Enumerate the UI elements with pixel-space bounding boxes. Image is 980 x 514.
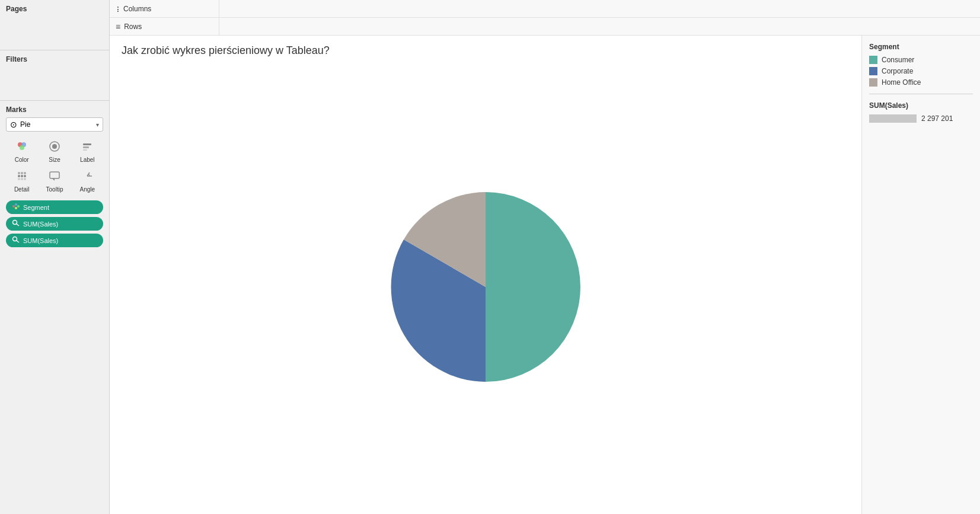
svg-point-9 [21, 175, 23, 177]
svg-point-25 [13, 237, 17, 241]
sum-sales-bar [869, 114, 917, 123]
columns-icon: ⫶ [116, 4, 120, 14]
chart-title: Jak zrobić wykres pierścieniowy w Tablea… [122, 44, 850, 57]
label-icon [81, 141, 93, 155]
consumer-legend-label: Consumer [882, 56, 914, 64]
columns-shelf: ⫶ Columns [110, 0, 980, 18]
chart-canvas [122, 69, 850, 505]
legend-divider [869, 94, 973, 94]
svg-point-10 [24, 175, 26, 177]
svg-point-20 [15, 203, 17, 206]
detail-label: Detail [14, 186, 30, 193]
marks-controls-grid: Color Size [6, 138, 103, 196]
marks-type-dropdown[interactable]: ⊙ Pie ▾ [6, 117, 103, 132]
label-label: Label [80, 157, 94, 163]
color-icon [16, 141, 28, 155]
pie-chart[interactable] [385, 186, 586, 388]
corporate-color-swatch [869, 67, 877, 75]
label-button[interactable]: Label [72, 138, 103, 166]
sum-sales-angle-pill[interactable]: SUM(Sales) [6, 217, 103, 231]
pages-content [6, 15, 103, 45]
sum-sales-bar-container: 2 297 201 [869, 114, 973, 123]
pages-label: Pages [6, 5, 103, 13]
rows-label-container: ≡ Rows [110, 18, 219, 35]
svg-rect-7 [83, 149, 87, 151]
svg-rect-5 [83, 143, 91, 145]
svg-point-23 [13, 221, 17, 225]
svg-point-8 [18, 175, 20, 177]
detail-button[interactable]: Detail [6, 167, 37, 196]
legend-item-consumer: Consumer [869, 56, 973, 64]
pie-svg [385, 186, 586, 388]
svg-point-12 [21, 172, 23, 174]
sum-sales-value: 2 297 201 [921, 114, 953, 123]
segment-pill-label: Segment [23, 204, 49, 211]
tooltip-icon [49, 170, 60, 185]
size-label: Size [49, 157, 60, 163]
angle-button[interactable]: Angle [72, 167, 103, 196]
rows-icon: ≡ [116, 22, 120, 31]
consumer-segment[interactable] [486, 192, 580, 382]
angle-label: Angle [80, 186, 95, 193]
sum-sales-legend-title: SUM(Sales) [869, 101, 973, 110]
rows-label: Rows [124, 23, 142, 31]
svg-point-2 [20, 145, 24, 150]
sum-sales-size-label: SUM(Sales) [23, 237, 58, 244]
chevron-down-icon: ▾ [96, 122, 99, 128]
svg-point-21 [17, 205, 20, 207]
color-label: Color [15, 157, 29, 163]
svg-point-15 [21, 178, 23, 180]
marks-section: Marks ⊙ Pie ▾ Color [0, 101, 109, 514]
size-icon [49, 141, 60, 155]
legend-panel: Segment Consumer Corporate Home Office S… [861, 36, 980, 514]
columns-label-container: ⫶ Columns [110, 0, 219, 17]
filters-content [6, 66, 103, 95]
key-icon-2 [12, 235, 20, 245]
marks-type-label: Pie [20, 120, 96, 129]
main-content: ⫶ Columns ≡ Rows Jak zrobić wykres pierś… [110, 0, 980, 514]
filters-section: Filters [0, 50, 109, 101]
color-button[interactable]: Color [6, 138, 37, 166]
legend-item-corporate: Corporate [869, 67, 973, 75]
segment-pill[interactable]: Segment [6, 200, 103, 214]
chart-area: Jak zrobić wykres pierścieniowy w Tablea… [110, 36, 980, 514]
svg-line-26 [17, 241, 20, 243]
dots-icon [12, 202, 20, 212]
svg-point-22 [15, 207, 17, 209]
rows-shelf: ≡ Rows [110, 18, 980, 36]
filters-label: Filters [6, 55, 103, 63]
pages-section: Pages [0, 0, 109, 50]
detail-icon [16, 170, 28, 185]
left-sidebar: Pages Filters Marks ⊙ Pie ▾ Colo [0, 0, 110, 514]
svg-rect-17 [50, 172, 59, 178]
svg-point-11 [18, 172, 20, 174]
angle-icon [81, 170, 93, 185]
corporate-legend-label: Corporate [882, 67, 913, 75]
svg-point-19 [12, 205, 15, 207]
tooltip-label: Tooltip [46, 186, 63, 193]
home-office-legend-label: Home Office [882, 78, 921, 87]
sum-sales-angle-label: SUM(Sales) [23, 221, 58, 228]
legend-item-home-office: Home Office [869, 78, 973, 87]
key-icon-1 [12, 219, 20, 229]
svg-point-13 [24, 172, 26, 174]
columns-label: Columns [123, 5, 151, 13]
consumer-color-swatch [869, 56, 877, 64]
svg-point-16 [24, 178, 26, 180]
legend-segment-title: Segment [869, 43, 973, 51]
size-button[interactable]: Size [39, 138, 70, 166]
svg-rect-6 [83, 146, 89, 148]
tooltip-button[interactable]: Tooltip [39, 167, 70, 196]
svg-line-24 [17, 224, 20, 226]
sum-sales-size-pill[interactable]: SUM(Sales) [6, 234, 103, 247]
svg-point-14 [18, 178, 20, 180]
svg-point-4 [52, 144, 57, 149]
marks-label: Marks [6, 106, 103, 114]
chart-main: Jak zrobić wykres pierścieniowy w Tablea… [110, 36, 861, 514]
home-office-color-swatch [869, 78, 877, 87]
pie-icon: ⊙ [10, 120, 17, 129]
